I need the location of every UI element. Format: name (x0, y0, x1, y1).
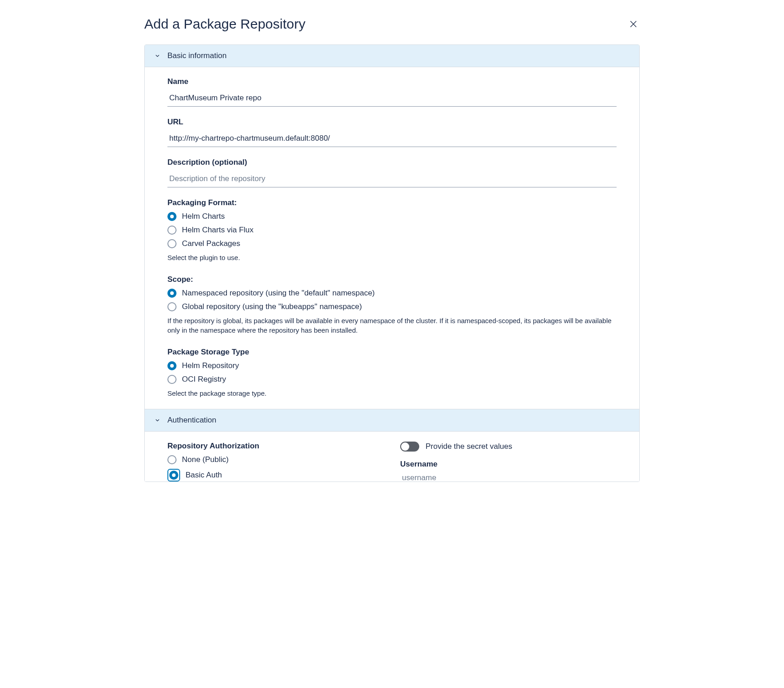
radio-label: Helm Repository (182, 361, 239, 370)
section-body-basic: Name URL Description (optional) Packagin… (145, 67, 639, 409)
auth-right-col: Provide the secret values Username usern… (400, 442, 617, 482)
radio-label: Carvel Packages (182, 239, 240, 248)
radio-icon (167, 212, 176, 221)
radio-icon (169, 471, 178, 480)
modal-title: Add a Package Repository (144, 16, 305, 32)
chevron-down-icon (154, 52, 161, 59)
secret-toggle-row: Provide the secret values (400, 442, 617, 452)
field-description: Description (optional) (167, 158, 617, 187)
storage-type-block: Package Storage Type Helm Repository OCI… (167, 348, 617, 398)
radio-icon (167, 361, 176, 370)
label-description: Description (optional) (167, 158, 617, 167)
radio-icon (167, 239, 176, 248)
modal-header: Add a Package Repository (128, 0, 656, 44)
scope-helper: If the repository is global, its package… (167, 316, 617, 335)
name-input[interactable] (167, 90, 617, 107)
radio-label: Namespaced repository (using the "defaul… (182, 289, 375, 298)
label-storage-type: Package Storage Type (167, 348, 617, 357)
packaging-format-helper: Select the plugin to use. (167, 253, 617, 262)
packaging-format-radio-group: Helm Charts Helm Charts via Flux Carvel … (167, 212, 617, 248)
scope-block: Scope: Namespaced repository (using the … (167, 275, 617, 335)
field-name: Name (167, 77, 617, 107)
storage-type-helper: Select the package storage type. (167, 388, 617, 398)
radio-label: OCI Registry (182, 375, 226, 384)
description-input[interactable] (167, 171, 617, 187)
radio-icon (167, 375, 176, 384)
label-url: URL (167, 118, 617, 127)
close-button[interactable] (627, 18, 640, 30)
section-title-auth: Authentication (167, 416, 216, 425)
radio-helm-flux[interactable]: Helm Charts via Flux (167, 226, 617, 235)
section-title-basic: Basic information (167, 51, 226, 60)
radio-helm-charts[interactable]: Helm Charts (167, 212, 617, 221)
close-icon (628, 19, 638, 29)
packaging-format-block: Packaging Format: Helm Charts Helm Chart… (167, 198, 617, 262)
radio-helm-repository[interactable]: Helm Repository (167, 361, 617, 370)
radio-icon (167, 455, 176, 464)
auth-left-col: Repository Authorization None (Public) B… (167, 442, 384, 482)
chevron-down-icon (154, 417, 161, 424)
radio-label: None (Public) (182, 455, 229, 464)
label-name: Name (167, 77, 617, 86)
label-repo-auth: Repository Authorization (167, 442, 384, 451)
auth-two-col: Repository Authorization None (Public) B… (167, 442, 617, 482)
radio-label: Basic Auth (186, 471, 222, 480)
radio-namespaced[interactable]: Namespaced repository (using the "defaul… (167, 289, 617, 298)
radio-icon (167, 302, 176, 311)
label-packaging-format: Packaging Format: (167, 198, 617, 207)
add-package-repository-modal: Add a Package Repository Basic informati… (128, 0, 656, 482)
storage-type-radio-group: Helm Repository OCI Registry (167, 361, 617, 384)
username-input[interactable]: username (400, 472, 617, 482)
scope-radio-group: Namespaced repository (using the "defaul… (167, 289, 617, 311)
radio-basic-auth[interactable]: Basic Auth (167, 469, 384, 482)
radio-icon (167, 226, 176, 235)
label-username: Username (400, 460, 617, 469)
url-input[interactable] (167, 130, 617, 147)
radio-none-public[interactable]: None (Public) (167, 455, 384, 464)
section-body-auth: Repository Authorization None (Public) B… (145, 432, 639, 482)
secret-toggle[interactable] (400, 442, 419, 452)
label-scope: Scope: (167, 275, 617, 284)
radio-icon (167, 289, 176, 298)
secret-toggle-label: Provide the secret values (426, 442, 512, 451)
section-header-basic[interactable]: Basic information (145, 45, 639, 67)
form-panel: Basic information Name URL Description (… (144, 44, 640, 482)
radio-oci-registry[interactable]: OCI Registry (167, 375, 617, 384)
radio-label: Helm Charts (182, 212, 225, 221)
radio-label: Global repository (using the "kubeapps" … (182, 302, 362, 311)
section-header-auth[interactable]: Authentication (145, 409, 639, 432)
radio-label: Helm Charts via Flux (182, 226, 254, 235)
radio-carvel[interactable]: Carvel Packages (167, 239, 617, 248)
radio-focus-ring (167, 469, 180, 482)
field-url: URL (167, 118, 617, 147)
radio-global[interactable]: Global repository (using the "kubeapps" … (167, 302, 617, 311)
